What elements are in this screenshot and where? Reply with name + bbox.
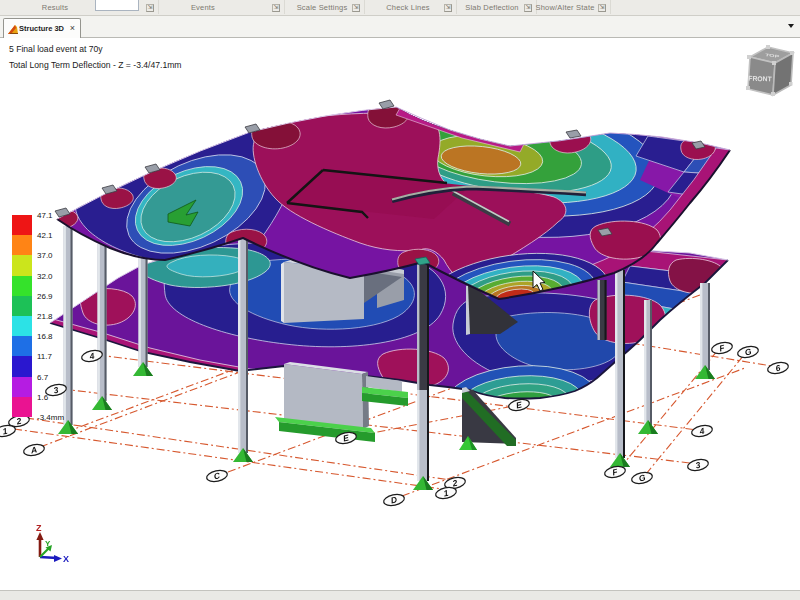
axis-z-label: Z bbox=[36, 523, 42, 533]
column bbox=[695, 283, 715, 379]
legend-swatch bbox=[12, 356, 32, 376]
axis-triad: Z Y X bbox=[36, 523, 69, 564]
legend-value: 16.8 bbox=[37, 332, 53, 341]
grid-bubble-C: C bbox=[206, 469, 229, 484]
legend-swatch bbox=[12, 336, 32, 356]
grid-bubble-3: 3 bbox=[687, 458, 710, 473]
grid-bubble-E: E bbox=[508, 398, 531, 413]
legend-value: 1.6 bbox=[37, 393, 48, 402]
grid-bubble-4: 4 bbox=[691, 424, 714, 439]
grid-bubble-A: A bbox=[23, 443, 46, 458]
legend-value: 21.8 bbox=[37, 312, 53, 321]
legend-value: 37.0 bbox=[37, 251, 53, 260]
legend-value: 32.0 bbox=[37, 272, 53, 281]
load-event-title: 5 Final load event at 70y bbox=[9, 44, 103, 54]
grid-bubble-F: F bbox=[604, 465, 627, 480]
application-window: Results⇲Events⇲Scale Settings⇲Check Line… bbox=[0, 0, 800, 600]
legend-swatch bbox=[12, 235, 32, 255]
legend-swatch bbox=[12, 276, 32, 296]
view-cube[interactable]: TOP FRONT bbox=[746, 45, 794, 96]
axis-y-label: Y bbox=[45, 539, 51, 548]
grid-bubble-F: F bbox=[711, 341, 734, 356]
axis-x-label: X bbox=[63, 554, 69, 564]
legend-swatch bbox=[12, 397, 32, 417]
column bbox=[413, 390, 433, 490]
view-cube-front-label: FRONT bbox=[748, 75, 772, 83]
legend-value: 47.1 bbox=[37, 211, 53, 220]
legend-value: 26.9 bbox=[37, 292, 53, 301]
grid-bubble-G: G bbox=[737, 345, 760, 360]
legend-swatch bbox=[12, 255, 32, 275]
grid-bubble-6: 6 bbox=[767, 361, 790, 376]
grid-bubble-D: D bbox=[383, 493, 406, 508]
legend-swatch bbox=[12, 296, 32, 316]
legend-value: 6.7 bbox=[37, 373, 48, 382]
column bbox=[598, 280, 607, 340]
status-bar bbox=[0, 590, 800, 600]
deflection-title: Total Long Term Deflection - Z = -3.4/47… bbox=[9, 60, 182, 70]
legend-swatch bbox=[12, 215, 32, 235]
legend-swatch bbox=[12, 377, 32, 397]
grid-bubble-G: G bbox=[631, 471, 654, 486]
legend-swatch bbox=[12, 316, 32, 336]
legend-value: 42.1 bbox=[37, 231, 53, 240]
column bbox=[417, 262, 429, 392]
legend-value: -3.4mm bbox=[37, 413, 64, 422]
legend-value: 11.7 bbox=[37, 352, 52, 361]
structure-3d-viewport[interactable]: 4321ACD21EEFGFG634 Z Y X TOP F bbox=[0, 0, 800, 600]
